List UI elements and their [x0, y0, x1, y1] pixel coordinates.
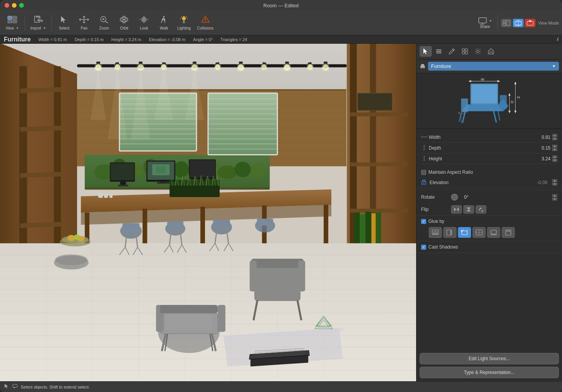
tab-settings[interactable] [472, 46, 484, 57]
svg-point-275 [78, 236, 84, 241]
walk-icon [159, 15, 169, 25]
glue-top-button[interactable] [487, 227, 500, 238]
3d-view-icon[interactable] [513, 19, 524, 27]
maintain-ar-check[interactable] [421, 170, 426, 175]
elevation-stepper[interactable]: ▲ ▼ [552, 179, 557, 186]
svg-point-179 [115, 64, 120, 70]
depth-icon [421, 145, 429, 151]
toolbar-import[interactable]: Import ▼ [28, 14, 48, 31]
2d-view-icon[interactable] [501, 19, 512, 27]
svg-point-308 [477, 50, 479, 53]
furniture-dropdown[interactable]: Furniture ▼ [428, 62, 559, 71]
svg-rect-279 [104, 193, 108, 198]
dropdown-arrow-icon: ▼ [552, 64, 556, 68]
type-representation-button[interactable]: Type & Representation... [420, 367, 559, 378]
toolbar-walk[interactable]: Walk [155, 14, 173, 31]
lighting-label: Lighting [177, 26, 191, 30]
rotate-decrement[interactable]: ▼ [552, 198, 557, 201]
toolbar-zoom[interactable]: Zoom [95, 14, 113, 31]
svg-rect-198 [120, 182, 126, 185]
edit-light-sources-button[interactable]: Edit Light Sources... [420, 353, 559, 364]
glue-center-button[interactable] [473, 227, 486, 238]
svg-line-13 [105, 21, 108, 23]
maximize-button[interactable] [19, 3, 24, 8]
depth-decrement[interactable]: ▼ [552, 148, 557, 151]
toolbar: View ▼ Import ▼ Select [0, 11, 562, 35]
svg-rect-301 [436, 51, 441, 52]
svg-rect-127 [350, 112, 408, 116]
elevation-increment[interactable]: ▲ [552, 179, 557, 182]
tab-house[interactable] [485, 46, 497, 57]
toolbar-lighting[interactable]: Lighting [175, 14, 193, 31]
infobar-depth: Depth = 0.15 m [75, 37, 104, 42]
svg-point-78 [251, 163, 265, 180]
toolbar-share[interactable]: ▼ Share [476, 16, 494, 30]
svg-rect-41 [479, 18, 486, 23]
glue-floor-button[interactable] [429, 227, 442, 238]
look-icon [139, 15, 149, 25]
elevation-decrement[interactable]: ▼ [552, 183, 557, 186]
svg-rect-374 [13, 384, 17, 387]
glue-bottom-button[interactable] [458, 227, 471, 238]
width-decrement[interactable]: ▼ [552, 137, 557, 140]
flip-buttons [451, 205, 486, 214]
svg-rect-208 [190, 160, 215, 177]
svg-point-21 [144, 19, 145, 20]
flip-vertical-button[interactable] [463, 205, 474, 214]
svg-rect-362 [462, 231, 467, 235]
zoom-label: Zoom [99, 26, 109, 30]
glue-wall-button[interactable] [443, 227, 456, 238]
svg-point-185 [261, 64, 267, 70]
width-increment[interactable]: ▲ [552, 134, 557, 137]
cast-shadows-checkbox[interactable]: ✓ [421, 245, 426, 250]
flip-horizontal-button[interactable] [451, 205, 462, 214]
width-stepper[interactable]: ▲ ▼ [552, 134, 557, 140]
svg-rect-46 [506, 20, 510, 25]
minimize-button[interactable] [12, 3, 17, 8]
height-increment[interactable]: ▲ [552, 155, 557, 158]
svg-point-183 [215, 64, 220, 70]
zoom-icon [99, 15, 109, 25]
svg-rect-52 [529, 20, 532, 21]
svg-rect-4 [8, 16, 12, 19]
close-button[interactable] [5, 3, 9, 8]
rotate-indicator[interactable] [451, 194, 458, 201]
toolbar-view[interactable]: View ▼ [3, 14, 21, 31]
toolbar-orbit[interactable]: Orbit [115, 14, 133, 31]
toolbar-look[interactable]: Look [135, 14, 153, 31]
svg-line-32 [181, 16, 182, 17]
furniture-select-label: Furniture [431, 63, 451, 69]
toolbar-pan[interactable]: Pan [75, 14, 93, 31]
tab-grid[interactable] [459, 46, 471, 57]
maintain-ar-checkbox[interactable]: Maintain Aspect Ratio [421, 170, 473, 175]
svg-rect-306 [462, 52, 464, 54]
viewport[interactable] [0, 44, 416, 381]
rotate-stepper[interactable]: ▲ ▼ [552, 194, 557, 201]
tab-select[interactable] [420, 46, 432, 57]
toolbar-collisions[interactable]: Collisions [195, 14, 216, 31]
svg-rect-204 [156, 166, 166, 173]
depth-stepper[interactable]: ▲ ▼ [552, 145, 557, 151]
glue-checkbox[interactable]: ✓ [421, 219, 426, 224]
tab-layers[interactable] [433, 46, 445, 57]
flip-rotate-button[interactable] [476, 205, 486, 214]
glue-ceiling-button[interactable] [502, 227, 515, 238]
floor-view-icon[interactable] [525, 19, 536, 27]
depth-increment[interactable]: ▲ [552, 145, 557, 148]
height-stepper[interactable]: ▲ ▼ [552, 155, 557, 162]
svg-marker-332 [514, 110, 516, 113]
rotate-increment[interactable]: ▲ [552, 194, 557, 197]
height-decrement[interactable]: ▼ [552, 159, 557, 162]
look-label: Look [140, 26, 148, 30]
infobar-height: Height = 3.24 m [111, 37, 141, 42]
svg-marker-350 [457, 208, 459, 211]
tab-pencil[interactable] [446, 46, 458, 57]
window-controls[interactable] [5, 3, 24, 8]
view-mode-label: View Mode [538, 21, 559, 25]
walk-label: Walk [160, 26, 168, 30]
type-representation-label: Type & Representation... [464, 370, 514, 375]
svg-point-76 [218, 166, 237, 179]
svg-marker-356 [481, 210, 483, 212]
toolbar-select[interactable]: Select [55, 14, 73, 31]
svg-marker-329 [497, 80, 500, 82]
